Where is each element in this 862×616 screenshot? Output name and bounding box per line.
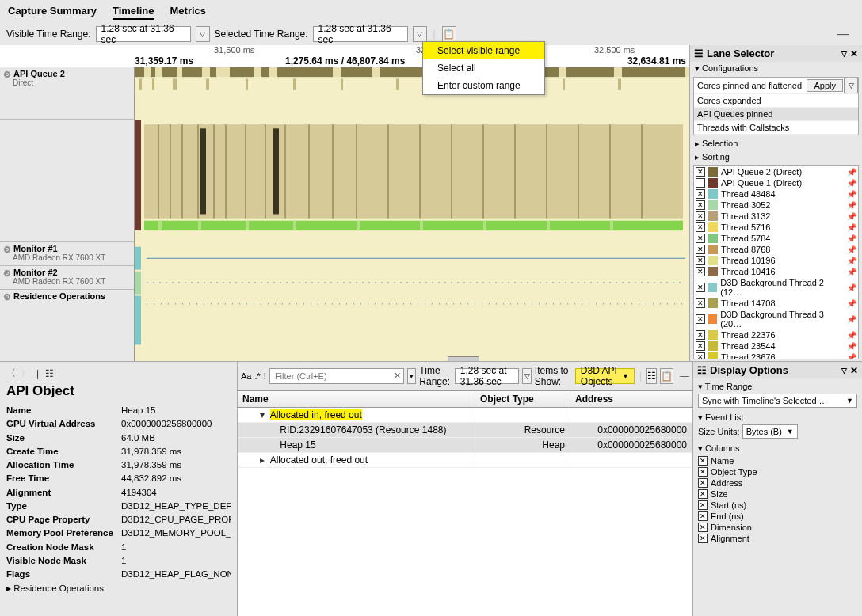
sorting-section[interactable]: ▸ Sorting xyxy=(690,150,862,164)
column-toggle[interactable]: ✕Name xyxy=(698,455,857,466)
pin-icon[interactable]: 📌 xyxy=(847,201,856,210)
selected-range-field[interactable]: 1.28 sec at 31.36 sec xyxy=(313,26,408,42)
close-icon[interactable]: ✕ xyxy=(850,48,858,59)
lane-row[interactable]: ✕Thread 22376📌 xyxy=(694,329,858,340)
lane-checkbox[interactable]: ✕ xyxy=(696,189,705,199)
tab-metrics[interactable]: Metrics xyxy=(170,3,207,20)
table-row[interactable]: Heap 15Heap0x000000025680000 xyxy=(238,438,692,453)
row-expander[interactable]: ▸ xyxy=(260,454,268,466)
column-toggle[interactable]: ✕Size xyxy=(698,489,857,500)
configurations-section[interactable]: ▾ Configurations xyxy=(690,62,862,75)
chevron-down-icon[interactable]: ▽ xyxy=(841,50,847,58)
forward-button[interactable]: 〉 xyxy=(21,367,30,380)
lane-row[interactable]: ✕Thread 3052📌 xyxy=(694,200,858,211)
back-button[interactable]: 〈 xyxy=(6,367,16,380)
lane-row[interactable]: ✕Thread 14708📌 xyxy=(694,298,858,309)
lane-row[interactable]: ✕D3D Background Thread 3 (20…📌 xyxy=(694,309,858,329)
column-checkbox[interactable]: ✕ xyxy=(698,489,708,499)
selected-range-menu-button[interactable]: ▽ xyxy=(413,26,427,42)
lane-row[interactable]: ✕Thread 48484📌 xyxy=(694,188,858,200)
lane-label-monitor-2[interactable]: ⚙Monitor #2 AMD Radeon RX 7600 XT xyxy=(0,265,134,289)
lane-checkbox[interactable]: ✕ xyxy=(696,222,705,232)
close-icon[interactable]: ✕ xyxy=(850,365,858,376)
table-row[interactable]: ▸ Allocated out, freed out xyxy=(238,453,692,468)
lane-checkbox[interactable] xyxy=(696,178,705,188)
pin-icon[interactable]: 📌 xyxy=(847,234,856,243)
column-checkbox[interactable]: ✕ xyxy=(698,523,708,532)
lane-checkbox[interactable]: ✕ xyxy=(696,283,705,292)
table-row[interactable]: ▾ Allocated in, freed out xyxy=(238,408,692,423)
column-checkbox[interactable]: ✕ xyxy=(698,500,708,510)
lane-checkbox[interactable]: ✕ xyxy=(696,256,705,265)
config-item[interactable]: Threads with Callstacks xyxy=(694,121,858,135)
col-header-type[interactable]: Object Type xyxy=(475,391,570,407)
tab-capture-summary[interactable]: Capture Summary xyxy=(8,3,97,20)
pin-icon[interactable]: 📌 xyxy=(847,245,856,254)
timeline-scroll-thumb[interactable] xyxy=(448,356,479,361)
pin-icon[interactable]: 📌 xyxy=(847,299,856,308)
lane-checkbox[interactable]: ✕ xyxy=(696,341,705,351)
lane-label-api-queue[interactable]: ⚙API Queue 2 Direct xyxy=(0,67,134,119)
lane-row[interactable]: ✕Thread 5716📌 xyxy=(694,222,858,233)
pin-icon[interactable]: 📌 xyxy=(847,342,856,351)
config-item[interactable]: API Queues pinned xyxy=(694,108,858,121)
lane-row[interactable]: ✕D3D Background Thread 2 (12…📌 xyxy=(694,277,858,298)
column-checkbox[interactable]: ✕ xyxy=(698,478,708,488)
pin-icon[interactable]: 📌 xyxy=(847,268,856,276)
pin-icon[interactable]: 📌 xyxy=(847,331,856,340)
lane-label-threads[interactable] xyxy=(0,119,134,241)
lane-row[interactable]: API Queue 1 (Direct)📌 xyxy=(694,177,858,188)
column-toggle[interactable]: ✕Alignment xyxy=(698,533,857,544)
column-toggle[interactable]: ✕Address xyxy=(698,477,857,489)
column-checkbox[interactable]: ✕ xyxy=(698,534,708,543)
tab-timeline[interactable]: Timeline xyxy=(113,3,154,20)
row-expander[interactable]: ▾ xyxy=(260,409,268,420)
menu-select-visible-range[interactable]: Select visible range xyxy=(423,42,544,59)
pin-icon[interactable]: 📌 xyxy=(847,168,856,177)
pin-icon[interactable]: 📌 xyxy=(847,212,856,221)
table-row[interactable]: RID:23291607647053 (Resource 1488)Resour… xyxy=(238,423,692,438)
minimize-icon[interactable]: — xyxy=(837,27,849,41)
lane-checkbox[interactable]: ✕ xyxy=(696,298,705,308)
lane-row[interactable]: ✕Thread 10196📌 xyxy=(694,255,858,266)
timeline-tracks[interactable] xyxy=(135,67,689,361)
pin-icon[interactable]: 📌 xyxy=(847,179,856,188)
lane-checkbox[interactable]: ✕ xyxy=(696,330,705,340)
clipboard-button[interactable]: 📋 xyxy=(442,26,456,42)
lane-checkbox[interactable]: ✕ xyxy=(696,167,705,177)
lane-checkbox[interactable]: ✕ xyxy=(696,352,705,359)
residence-operations-expander[interactable]: ▸ Residence Operations xyxy=(6,583,231,594)
lane-row[interactable]: ✕Thread 5784📌 xyxy=(694,233,858,244)
visible-range-field[interactable]: 1.28 sec at 31.36 sec xyxy=(96,26,191,42)
config-item[interactable]: Cores pinned and flattenedApply▽ xyxy=(694,78,858,94)
col-header-address[interactable]: Address xyxy=(570,391,692,407)
tree-view-button[interactable]: ☷ xyxy=(45,368,54,379)
lane-label-residence[interactable]: ⚙Residence Operations xyxy=(0,289,134,337)
column-toggle[interactable]: ✕End (ns) xyxy=(698,511,857,522)
pin-icon[interactable]: 📌 xyxy=(847,315,856,324)
grid-view-button[interactable]: ☷ xyxy=(646,368,657,384)
clipboard-button[interactable]: 📋 xyxy=(660,368,673,384)
lane-label-monitor-1[interactable]: ⚙Monitor #1 AMD Radeon RX 7600 XT xyxy=(0,241,134,265)
col-header-name[interactable]: Name xyxy=(238,391,475,407)
lane-checkbox[interactable]: ✕ xyxy=(696,267,705,276)
column-toggle[interactable]: ✕Object Type xyxy=(698,466,857,477)
minimize-icon[interactable]: — xyxy=(680,371,689,382)
pin-icon[interactable]: 📌 xyxy=(847,283,856,292)
lane-row[interactable]: ✕Thread 23544📌 xyxy=(694,340,858,352)
chevron-down-icon[interactable]: ▽ xyxy=(841,367,847,375)
filter-input[interactable] xyxy=(269,368,404,384)
timerange-menu-button[interactable]: ▽ xyxy=(522,368,531,384)
column-toggle[interactable]: ✕Start (ns) xyxy=(698,500,857,511)
pin-icon[interactable]: 📌 xyxy=(847,223,856,232)
display-timerange-section[interactable]: Time Range xyxy=(705,382,753,391)
lane-row[interactable]: ✕API Queue 2 (Direct)📌 xyxy=(694,166,858,177)
negate-toggle[interactable]: ! xyxy=(264,371,266,381)
column-checkbox[interactable]: ✕ xyxy=(698,467,708,477)
display-eventlist-section[interactable]: Event List xyxy=(705,413,743,422)
visible-range-menu-button[interactable]: ▽ xyxy=(196,26,210,42)
lane-checkbox[interactable]: ✕ xyxy=(696,211,705,221)
timerange-field[interactable]: 1.28 sec at 31.36 sec xyxy=(455,368,520,384)
display-columns-section[interactable]: Columns xyxy=(705,443,739,453)
sync-range-dropdown[interactable]: Sync with Timeline's Selected Range▼ xyxy=(698,394,857,408)
